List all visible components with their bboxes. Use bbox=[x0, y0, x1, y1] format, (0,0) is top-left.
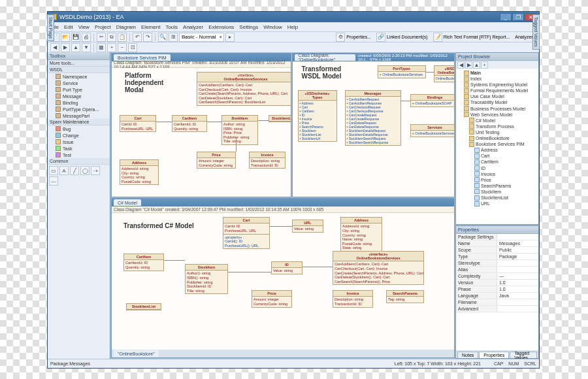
menu-analyzer[interactable]: Analyzer bbox=[183, 24, 203, 30]
tool-assoc[interactable]: — bbox=[49, 176, 58, 186]
prop-row[interactable]: Advanced bbox=[456, 306, 538, 312]
zoom-out-button[interactable]: − bbox=[118, 43, 127, 52]
cut-button[interactable]: ✂ bbox=[97, 33, 106, 42]
uml-bindings[interactable]: Bindings+ OnlineBookstoreSOAP bbox=[410, 94, 454, 107]
uml-porttypes[interactable]: PortTypes+ OnlineBookstoreServices bbox=[378, 65, 426, 78]
toolbox-common-cat[interactable]: Common bbox=[48, 158, 110, 165]
tree-item[interactable]: Business Processes Model bbox=[457, 106, 537, 112]
browser-tree[interactable]: Main IndexSystems Engineering ModelForma… bbox=[456, 69, 538, 224]
tab-properties[interactable]: Properties bbox=[479, 352, 509, 358]
tool-note[interactable]: ▭ bbox=[49, 166, 58, 175]
tree-item[interactable]: Index bbox=[457, 76, 537, 82]
tree-item[interactable]: Cart bbox=[457, 153, 537, 159]
tree-item[interactable]: Price bbox=[457, 177, 537, 183]
tool-link[interactable]: ╱ bbox=[70, 166, 79, 175]
tool-text[interactable]: A bbox=[59, 166, 69, 175]
tree-item[interactable]: Unit Testing bbox=[457, 129, 537, 135]
menu-element[interactable]: Element bbox=[141, 24, 160, 30]
zoom-in-button[interactable]: + bbox=[107, 43, 116, 52]
tree-item[interactable]: Transform Process bbox=[457, 124, 537, 129]
open-button[interactable]: 📂 bbox=[61, 33, 70, 42]
style-combo[interactable]: Basic - Normal bbox=[179, 33, 224, 42]
search-button[interactable]: 🔍 bbox=[158, 33, 167, 42]
cs-interface[interactable]: «interface» OnlineBookstoreServicesCanAd… bbox=[333, 251, 424, 285]
tool-task[interactable]: Task bbox=[48, 145, 110, 152]
prop-row[interactable]: ScopePublic bbox=[456, 247, 538, 254]
uml-services[interactable]: Services+ OnlineBookstoreServices bbox=[410, 124, 454, 137]
cs-tab[interactable]: C# Model bbox=[114, 199, 141, 206]
wsdl-tab[interactable]: Class Diagram: "OnlineBookstore" bbox=[295, 54, 355, 61]
align-top-button[interactable]: ▲ bbox=[71, 43, 80, 52]
cs-id[interactable]: IDValue: string bbox=[271, 261, 302, 274]
tree-item[interactable]: CartItem bbox=[457, 159, 537, 165]
tool-change[interactable]: Change bbox=[48, 132, 110, 139]
tree-item[interactable]: Invoice bbox=[457, 171, 537, 177]
tree-item[interactable]: OnlineBookstore bbox=[457, 135, 537, 141]
cs-address[interactable]: AddressAddressId: string City: string Co… bbox=[340, 217, 382, 252]
tab-notes[interactable]: Notes bbox=[457, 352, 478, 358]
browser-back-button[interactable]: ◀ bbox=[457, 61, 465, 69]
menu-view[interactable]: View bbox=[78, 24, 90, 30]
tool-service[interactable]: Service bbox=[48, 80, 110, 86]
redo-button[interactable]: ↷ bbox=[143, 33, 152, 42]
tool-boundary[interactable]: ◯ bbox=[80, 166, 90, 175]
tab-tagged[interactable]: Tagged Values bbox=[510, 352, 537, 358]
menu-help[interactable]: Help bbox=[287, 24, 298, 30]
tool-test[interactable]: Test bbox=[48, 152, 110, 158]
menu-diagram[interactable]: Diagram bbox=[116, 24, 136, 30]
prop-row[interactable]: Filename bbox=[456, 299, 538, 306]
cs-stockitem[interactable]: StockItemAuthor(): string ISBN(): string… bbox=[185, 264, 228, 294]
tree-item[interactable]: Address bbox=[457, 147, 537, 153]
browser-new-button[interactable]: + bbox=[481, 61, 488, 69]
toolbox-more[interactable]: More tools... bbox=[48, 60, 110, 67]
tree-item[interactable]: C# Model bbox=[457, 118, 537, 124]
prop-row[interactable]: NameMessages bbox=[456, 240, 538, 247]
tree-item[interactable]: StockItem bbox=[457, 189, 537, 195]
uml-wsdl[interactable]: «WSDL» OnlineBookstoreOnlineBookstore bbox=[434, 65, 454, 82]
prop-row[interactable]: LanguageJava bbox=[456, 293, 538, 299]
style-apply-button[interactable]: ▸ bbox=[225, 33, 235, 42]
align-left-button[interactable]: ◀ bbox=[50, 43, 59, 52]
tree-item[interactable]: Formal Requirements Model bbox=[457, 88, 537, 93]
toolbox-sparx-cat[interactable]: Sparx Maintenance bbox=[48, 119, 110, 125]
tree-item[interactable]: StockItemList bbox=[457, 195, 537, 201]
tree-item[interactable]: Traceability Model bbox=[457, 99, 537, 105]
tree-button[interactable]: ⊞ bbox=[169, 33, 178, 42]
tool-porttype[interactable]: Port Type bbox=[48, 86, 110, 93]
cs-searchparams[interactable]: SearchParamsTag: string bbox=[386, 290, 424, 303]
maximize-button[interactable]: ❐ bbox=[512, 13, 524, 21]
props-grid[interactable]: Package SettingsNameMessagesScopePublicT… bbox=[456, 234, 538, 350]
linked-label[interactable]: Linked Document(s) bbox=[387, 35, 428, 39]
uml-cartitem[interactable]: CartItemCartItemId: ID Quantity: string bbox=[172, 115, 207, 132]
tree-item[interactable]: Use Case Model bbox=[457, 93, 537, 99]
tool-messagepart[interactable]: MessagePart bbox=[48, 112, 110, 119]
uml-bookitem[interactable]: BookItemAuthor: string ISBN: string Pric… bbox=[221, 115, 258, 145]
paste-button[interactable]: 📋 bbox=[118, 33, 127, 42]
tool-dep[interactable]: ⇢ bbox=[91, 166, 100, 175]
tree-item[interactable]: Bookstore Services PIM bbox=[457, 141, 537, 147]
rtf-button[interactable]: 📝 bbox=[433, 33, 442, 42]
prop-row[interactable]: Stereotype bbox=[456, 260, 538, 267]
prop-row[interactable]: Complexity— bbox=[456, 273, 538, 280]
undo-button[interactable]: ↶ bbox=[133, 33, 142, 42]
toolbox-wsdl-cat[interactable]: WSDL bbox=[48, 67, 110, 73]
browser-fwd-button[interactable]: ▶ bbox=[465, 61, 472, 69]
tool-message[interactable]: Message bbox=[48, 93, 110, 99]
cs-stockitemlist[interactable]: StockItemList bbox=[126, 303, 161, 310]
prop-row[interactable]: Package Settings bbox=[456, 234, 538, 240]
tree-item[interactable]: URL bbox=[457, 201, 537, 206]
props-label[interactable]: Properties... bbox=[346, 35, 371, 39]
cs-invoice[interactable]: InvoiceDescription: string TransactionId… bbox=[333, 290, 373, 307]
pim-canvas[interactable]: Platform Independent Modal «interface»On… bbox=[112, 68, 291, 197]
props-button[interactable]: ⚙ bbox=[336, 33, 345, 42]
cs-url[interactable]: URLValue: string bbox=[292, 220, 323, 233]
cs-price[interactable]: PriceAmount: integer CurrencyCode: strin… bbox=[252, 290, 292, 307]
menu-window[interactable]: Window bbox=[263, 24, 282, 30]
tool-binding[interactable]: Binding bbox=[48, 99, 110, 106]
tool-namespace[interactable]: Namespace bbox=[48, 73, 110, 80]
menu-tools[interactable]: Tools bbox=[165, 24, 178, 30]
menu-edit[interactable]: Edit bbox=[64, 24, 73, 30]
minimize-button[interactable]: _ bbox=[500, 13, 512, 21]
cs-bottom-tab[interactable]: "OnlineBookstore" bbox=[114, 350, 159, 357]
tree-item[interactable]: ID bbox=[457, 165, 537, 171]
